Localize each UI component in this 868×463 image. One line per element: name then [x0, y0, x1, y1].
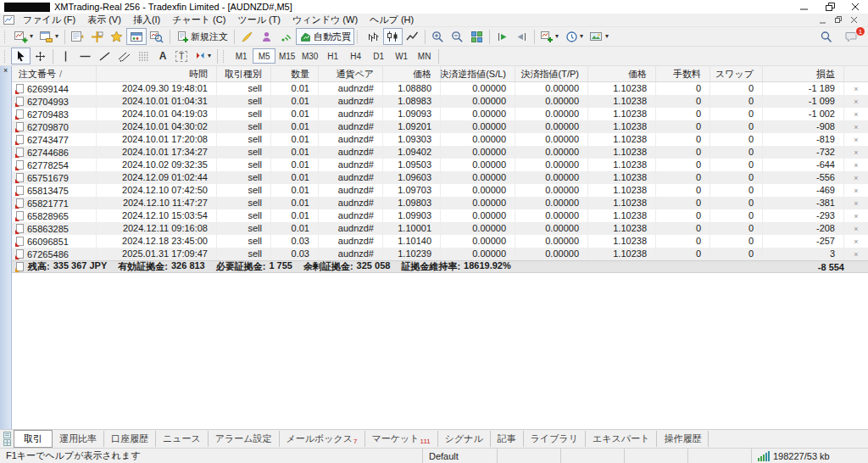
close-position-icon[interactable]: × — [854, 148, 858, 157]
terminal-tab[interactable]: 運用比率 — [53, 431, 104, 447]
table-row[interactable]: 65863285 2024.12.11 09:16:08 sell 0.01 a… — [12, 222, 868, 235]
minimize-button[interactable] — [792, 0, 817, 14]
signals-button[interactable] — [276, 28, 296, 45]
table-row[interactable]: 65751679 2024.12.09 01:02:44 sell 0.01 a… — [12, 171, 868, 184]
close-position-icon[interactable]: × — [854, 136, 858, 144]
close-position-icon[interactable]: × — [854, 161, 858, 170]
menu-item[interactable]: 挿入(I) — [127, 14, 166, 26]
timeframe-button[interactable]: D1 — [367, 48, 390, 64]
cursor-button[interactable] — [11, 47, 31, 64]
zoom-in-button[interactable] — [428, 28, 448, 45]
column-header[interactable]: 損益 — [763, 66, 844, 81]
column-header[interactable]: 注文番号 / — [12, 66, 97, 81]
close-position-icon[interactable]: × — [854, 225, 858, 233]
column-header[interactable]: 通貨ペア — [319, 66, 383, 81]
bar-chart-button[interactable] — [364, 28, 383, 45]
strategy-tester-button[interactable] — [147, 28, 167, 45]
terminal-button[interactable] — [126, 28, 147, 45]
autotrade-button[interactable]: 自動売買 — [296, 28, 354, 45]
dock-close-icon[interactable]: × — [3, 67, 8, 75]
table-row[interactable]: 65821771 2024.12.10 11:47:27 sell 0.01 a… — [12, 197, 868, 209]
templates-button[interactable]: ▾ — [587, 28, 612, 45]
new-order-button[interactable]: 新規注文 — [173, 28, 231, 45]
table-row[interactable]: 62743477 2024.10.01 17:20:08 sell 0.01 a… — [12, 133, 868, 146]
table-row[interactable]: 62778254 2024.10.02 09:32:35 sell 0.01 a… — [12, 159, 868, 171]
table-row[interactable]: 62709483 2024.10.01 04:19:03 sell 0.01 a… — [12, 108, 868, 120]
terminal-tab[interactable]: メールボックス 7 — [280, 431, 365, 447]
table-row[interactable]: 65828965 2024.12.10 15:03:54 sell 0.01 a… — [12, 209, 868, 222]
menu-item[interactable]: ツール (T) — [231, 14, 287, 26]
timeframe-button[interactable]: M5 — [253, 48, 275, 64]
menu-item[interactable]: ヘルプ (H) — [364, 14, 420, 26]
menu-item[interactable]: ファイル (F) — [17, 14, 81, 26]
timeframe-button[interactable]: M1 — [230, 48, 253, 64]
status-profile[interactable]: Default — [422, 449, 497, 463]
column-header[interactable]: 決済指値(T/P) — [515, 66, 588, 81]
community-button[interactable] — [257, 28, 276, 45]
new-chart-button[interactable]: ▾ — [11, 28, 36, 45]
table-row[interactable]: 62699144 2024.09.30 19:48:01 sell 0.01 a… — [12, 82, 868, 95]
terminal-tab[interactable]: ライブラリ — [524, 431, 586, 447]
terminal-tab[interactable]: 記事 — [491, 431, 524, 447]
chart-shift-button[interactable] — [512, 28, 531, 45]
profiles-button[interactable]: ▾ — [36, 28, 62, 45]
table-row[interactable]: 65813475 2024.12.10 07:42:50 sell 0.01 a… — [12, 184, 868, 197]
child-minimize-icon[interactable] — [820, 17, 826, 24]
column-header[interactable]: 価格 — [588, 66, 656, 81]
close-position-icon[interactable]: × — [854, 237, 858, 246]
terminal-tab[interactable]: 取引 — [14, 430, 53, 448]
close-position-icon[interactable]: × — [854, 98, 858, 106]
timeframe-button[interactable]: H1 — [321, 48, 344, 64]
column-header[interactable]: 時間 — [97, 66, 217, 81]
restore-button[interactable] — [817, 0, 843, 14]
column-header[interactable]: 価格 — [383, 66, 441, 81]
timeframe-button[interactable]: M30 — [298, 48, 321, 64]
column-header[interactable]: 数量 — [271, 66, 319, 81]
column-header[interactable]: スワップ — [710, 66, 763, 81]
timeframe-button[interactable]: M15 — [275, 48, 298, 64]
close-position-icon[interactable]: × — [854, 110, 858, 119]
crosshair-button[interactable] — [31, 47, 50, 64]
table-row[interactable]: 62704993 2024.10.01 01:04:31 sell 0.01 a… — [12, 95, 868, 108]
terminal-tab[interactable]: シグナル — [438, 431, 491, 447]
fibonacci-button[interactable] — [134, 47, 153, 64]
text-button[interactable]: A — [153, 47, 172, 64]
horizontal-line-button[interactable] — [75, 47, 95, 64]
terminal-tab[interactable]: 口座履歴 — [104, 431, 156, 447]
close-position-icon[interactable]: × — [854, 250, 858, 259]
indicators-button[interactable]: ▾ — [537, 28, 562, 45]
navigator-button[interactable] — [107, 28, 126, 45]
terminal-tab[interactable]: ニュース — [156, 431, 209, 447]
terminal-dock-strip[interactable]: × ターミナル — [0, 66, 12, 429]
trendline-button[interactable] — [95, 47, 114, 64]
column-header[interactable]: 手数料 — [656, 66, 710, 81]
terminal-panel-label[interactable]: ターミナル — [0, 381, 2, 424]
menu-item[interactable]: ウィンドウ (W) — [287, 14, 364, 26]
close-position-icon[interactable]: × — [854, 123, 858, 131]
close-position-icon[interactable]: × — [854, 174, 858, 182]
zoom-out-button[interactable] — [448, 28, 467, 45]
close-position-icon[interactable]: × — [854, 187, 858, 195]
close-button[interactable] — [843, 0, 868, 14]
market-watch-button[interactable] — [68, 28, 87, 45]
toolbar-grip[interactable] — [4, 50, 8, 63]
child-restore-icon[interactable] — [835, 16, 843, 24]
timeframe-button[interactable]: W1 — [390, 48, 413, 64]
notifications-button[interactable]: 1 — [841, 28, 861, 45]
column-header[interactable]: 取引種別 — [217, 66, 271, 81]
terminal-tab[interactable]: 操作履歴 — [657, 431, 709, 447]
menu-item[interactable]: 表示 (V) — [81, 14, 127, 26]
equidistant-channel-button[interactable] — [114, 47, 134, 64]
data-window-button[interactable] — [87, 28, 107, 45]
table-row[interactable]: 62744686 2024.10.01 17:34:27 sell 0.01 a… — [12, 146, 868, 159]
toolbar-grip[interactable] — [4, 31, 8, 43]
table-row[interactable]: 66096851 2024.12.18 23:45:00 sell 0.03 a… — [12, 235, 868, 248]
close-position-icon[interactable]: × — [854, 212, 858, 220]
terminal-tab[interactable]: エキスパート — [586, 431, 657, 447]
auto-scroll-button[interactable] — [492, 28, 512, 45]
column-header[interactable]: 決済逆指値(S/L) — [441, 66, 515, 81]
child-close-icon[interactable] — [851, 17, 858, 24]
vertical-line-button[interactable] — [56, 47, 75, 64]
menu-item[interactable]: チャート (C) — [166, 14, 231, 26]
toolbar-grip[interactable] — [357, 31, 361, 43]
